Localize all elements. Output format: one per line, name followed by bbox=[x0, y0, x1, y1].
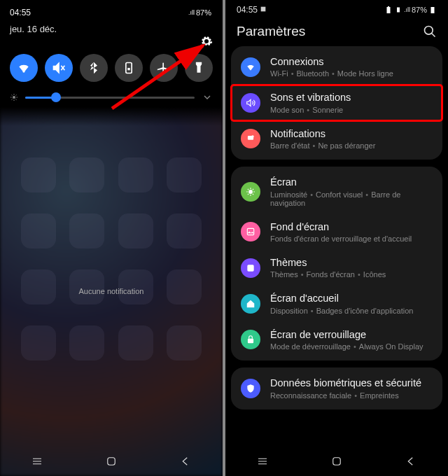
screenshot-icon bbox=[260, 6, 267, 13]
svg-point-11 bbox=[248, 190, 253, 194]
svg-rect-2 bbox=[127, 68, 130, 70]
settings-list[interactable]: ConnexionsWi-FiBluetoothMode Hors ligneS… bbox=[225, 46, 448, 410]
qs-mute[interactable] bbox=[45, 54, 73, 82]
quick-settings-row bbox=[10, 54, 213, 82]
settings-group: ÉcranLuminositéConfort visuelBarre de na… bbox=[231, 167, 442, 360]
settings-item-subtitle: DispositionBadges d'icône d'application bbox=[270, 307, 413, 315]
settings-item-title: Sons et vibrations bbox=[270, 92, 351, 104]
vibrate-icon bbox=[394, 6, 402, 14]
qs-rotation-lock[interactable] bbox=[115, 54, 143, 82]
settings-item-text: Écran d'accueilDispositionBadges d'icône… bbox=[270, 293, 413, 314]
settings-item-title: Écran bbox=[270, 176, 433, 188]
nav-recents[interactable] bbox=[256, 455, 269, 468]
phone-settings: 04:55 .ıll 87% Paramètres ConnexionsWi-F… bbox=[225, 0, 448, 476]
notification-panel: 04:55 .ıll 87% jeu. 16 déc. bbox=[0, 0, 223, 126]
sun-icon bbox=[10, 93, 18, 102]
settings-item-subtitle: Fonds d'écran de verrouillage et d'accue… bbox=[270, 234, 412, 243]
phone-quick-settings: 04:55 .ıll 87% jeu. 16 déc. bbox=[0, 0, 223, 476]
svg-rect-7 bbox=[431, 7, 435, 13]
svg-rect-12 bbox=[247, 229, 253, 235]
settings-item-subtitle: Mode sonSonnerie bbox=[270, 106, 351, 114]
status-time: 04:55 bbox=[10, 8, 31, 18]
chevron-down-icon[interactable] bbox=[202, 92, 213, 103]
settings-item-text: Fond d'écranFonds d'écran de verrouillag… bbox=[270, 221, 412, 243]
svg-point-3 bbox=[13, 96, 15, 99]
settings-item-wall[interactable]: Fond d'écranFonds d'écran de verrouillag… bbox=[231, 214, 442, 250]
brightness-slider[interactable] bbox=[25, 97, 195, 99]
battery-saver-icon bbox=[384, 6, 393, 14]
svg-rect-6 bbox=[261, 7, 266, 12]
flashlight-icon bbox=[192, 61, 206, 75]
svg-rect-15 bbox=[333, 458, 341, 465]
settings-item-subtitle: Mode de déverrouillageAlways On Display bbox=[270, 342, 424, 351]
brightness-slider-row bbox=[10, 92, 213, 103]
settings-item-subtitle: LuminositéConfort visuelBarre de navigat… bbox=[270, 190, 433, 207]
status-indicators: .ıll 87% bbox=[384, 6, 437, 14]
nav-bar bbox=[0, 447, 223, 476]
settings-item-text: ÉcranLuminositéConfort visuelBarre de na… bbox=[270, 176, 433, 206]
settings-item-text: ConnexionsWi-FiBluetoothMode Hors ligne bbox=[270, 56, 393, 78]
panel-date: jeu. 16 déc. bbox=[10, 24, 213, 34]
settings-item-home[interactable]: Écran d'accueilDispositionBadges d'icône… bbox=[231, 286, 442, 321]
settings-item-theme[interactable]: ThèmesThèmesFonds d'écranIcônes bbox=[231, 250, 442, 286]
status-indicators: .ıll 87% bbox=[184, 8, 213, 17]
settings-item-subtitle: Barre d'étatNe pas déranger bbox=[270, 141, 375, 150]
settings-item-title: Notifications bbox=[270, 128, 375, 140]
wifi-icon bbox=[17, 61, 31, 75]
settings-item-sound[interactable]: Sons et vibrationsMode sonSonnerie bbox=[231, 85, 442, 120]
qs-wifi[interactable] bbox=[10, 54, 38, 82]
wifi-icon bbox=[241, 57, 260, 77]
settings-item-display[interactable]: ÉcranLuminositéConfort visuelBarre de na… bbox=[231, 169, 442, 214]
display-icon bbox=[241, 182, 260, 202]
settings-item-text: Données biométriques et sécuritéReconnai… bbox=[270, 377, 421, 399]
settings-item-lock[interactable]: Écran de verrouillageMode de déverrouill… bbox=[231, 322, 442, 358]
settings-item-text: ThèmesThèmesFonds d'écranIcônes bbox=[270, 257, 386, 279]
settings-item-title: Thèmes bbox=[270, 257, 386, 269]
sound-icon bbox=[241, 93, 260, 113]
svg-point-10 bbox=[251, 136, 254, 139]
battery-icon bbox=[428, 6, 437, 14]
nav-home[interactable] bbox=[330, 455, 343, 468]
status-battery-pct: 87% bbox=[196, 8, 211, 17]
settings-item-text: Sons et vibrationsMode sonSonnerie bbox=[270, 92, 351, 113]
svg-rect-5 bbox=[108, 458, 115, 465]
settings-item-wifi[interactable]: ConnexionsWi-FiBluetoothMode Hors ligne bbox=[231, 49, 442, 85]
svg-rect-14 bbox=[248, 339, 253, 343]
theme-icon bbox=[241, 258, 260, 278]
portrait-lock-icon bbox=[122, 61, 136, 75]
shield-icon bbox=[241, 379, 260, 398]
nav-back[interactable] bbox=[405, 455, 417, 468]
nav-bar bbox=[225, 447, 448, 476]
nav-home[interactable] bbox=[105, 455, 118, 468]
search-icon[interactable] bbox=[423, 24, 437, 38]
no-notifications-label: Aucune notification bbox=[0, 287, 223, 295]
settings-item-subtitle: ThèmesFonds d'écranIcônes bbox=[270, 270, 386, 279]
settings-item-subtitle: Reconnaissance facialeEmpreintes bbox=[270, 391, 421, 400]
lock-icon bbox=[241, 330, 260, 349]
airplane-icon bbox=[157, 61, 171, 75]
settings-item-title: Écran de verrouillage bbox=[270, 329, 424, 341]
nav-back[interactable] bbox=[179, 455, 192, 468]
settings-gear-button[interactable] bbox=[200, 35, 213, 50]
settings-group: Données biométriques et sécuritéReconnai… bbox=[231, 368, 442, 409]
qs-flashlight[interactable] bbox=[185, 54, 213, 82]
qs-bluetooth[interactable] bbox=[80, 54, 108, 82]
qs-airplane[interactable] bbox=[150, 54, 178, 82]
mute-icon bbox=[52, 61, 66, 75]
settings-item-title: Fond d'écran bbox=[270, 221, 412, 233]
svg-rect-13 bbox=[247, 265, 253, 271]
settings-item-text: Écran de verrouillageMode de déverrouill… bbox=[270, 329, 424, 351]
settings-group: ConnexionsWi-FiBluetoothMode Hors ligneS… bbox=[231, 46, 442, 160]
settings-item-text: NotificationsBarre d'étatNe pas déranger bbox=[270, 128, 375, 150]
nav-recents[interactable] bbox=[31, 455, 43, 468]
settings-item-title: Données biométriques et sécurité bbox=[270, 377, 421, 389]
settings-item-shield[interactable]: Données biométriques et sécuritéReconnai… bbox=[231, 370, 442, 406]
home-icon bbox=[241, 294, 260, 314]
settings-item-notif[interactable]: NotificationsBarre d'étatNe pas déranger bbox=[231, 121, 442, 157]
gear-icon bbox=[200, 35, 213, 48]
bluetooth-icon bbox=[87, 61, 101, 75]
settings-item-title: Écran d'accueil bbox=[270, 293, 413, 304]
svg-point-8 bbox=[425, 27, 433, 35]
status-bar: 04:55 .ıll 87% bbox=[237, 3, 437, 17]
settings-item-subtitle: Wi-FiBluetoothMode Hors ligne bbox=[270, 69, 393, 78]
